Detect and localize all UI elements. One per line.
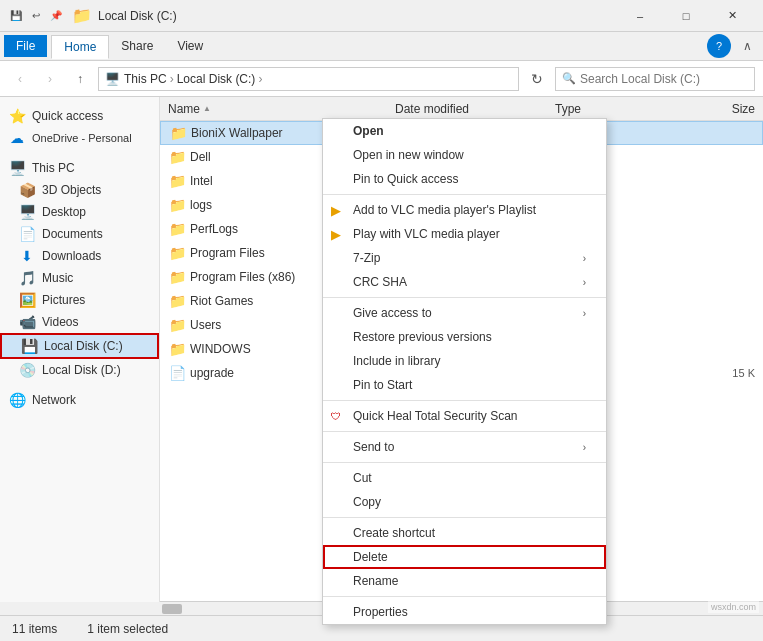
folder-icon-6: 📁 bbox=[168, 269, 186, 285]
this-pc-icon: 🖥️ bbox=[8, 160, 26, 176]
network-icon: 🌐 bbox=[8, 392, 26, 408]
tab-home[interactable]: Home bbox=[51, 35, 109, 59]
close-button[interactable]: ✕ bbox=[709, 0, 755, 32]
desktop-icon: 🖥️ bbox=[18, 204, 36, 220]
sidebar-label-downloads: Downloads bbox=[42, 249, 101, 263]
ctx-sep-7 bbox=[323, 596, 606, 597]
ctx-play-vlc[interactable]: ▶ Play with VLC media player bbox=[323, 222, 606, 246]
search-icon: 🔍 bbox=[562, 72, 576, 85]
folder-icon-3: 📁 bbox=[168, 197, 186, 213]
sidebar-item-documents[interactable]: 📄 Documents bbox=[0, 223, 159, 245]
3d-objects-icon: 📦 bbox=[18, 182, 36, 198]
refresh-button[interactable]: ↻ bbox=[525, 67, 549, 91]
title-bar: 💾 ↩ 📌 📁 Local Disk (C:) – □ ✕ bbox=[0, 0, 763, 32]
documents-icon: 📄 bbox=[18, 226, 36, 242]
watermark: wsxdn.com bbox=[708, 601, 759, 613]
ctx-sep-2 bbox=[323, 297, 606, 298]
sidebar-item-videos[interactable]: 📹 Videos bbox=[0, 311, 159, 333]
selected-count: 1 item selected bbox=[87, 622, 168, 636]
downloads-icon: ⬇ bbox=[18, 248, 36, 264]
ctx-rename[interactable]: Rename bbox=[323, 569, 606, 593]
sidebar-label-this-pc: This PC bbox=[32, 161, 75, 175]
sidebar-label-desktop: Desktop bbox=[42, 205, 86, 219]
column-size[interactable]: Size bbox=[675, 102, 755, 116]
ctx-copy[interactable]: Copy bbox=[323, 490, 606, 514]
maximize-button[interactable]: □ bbox=[663, 0, 709, 32]
sidebar-label-local-disk-d: Local Disk (D:) bbox=[42, 363, 121, 377]
ctx-pin-start[interactable]: Pin to Start bbox=[323, 373, 606, 397]
sidebar-item-network[interactable]: 🌐 Network bbox=[0, 389, 159, 411]
folder-icon: 📁 bbox=[72, 6, 92, 25]
ctx-quick-heal[interactable]: 🛡 Quick Heal Total Security Scan bbox=[323, 404, 606, 428]
help-button[interactable]: ? bbox=[707, 34, 731, 58]
back-button[interactable]: ‹ bbox=[8, 67, 32, 91]
sidebar-label-pictures: Pictures bbox=[42, 293, 85, 307]
sidebar-item-local-disk-c[interactable]: 💾 Local Disk (C:) bbox=[0, 333, 159, 359]
context-menu: Open Open in new window Pin to Quick acc… bbox=[322, 118, 607, 625]
column-type[interactable]: Type bbox=[555, 102, 675, 116]
sidebar-label-onedrive: OneDrive - Personal bbox=[32, 132, 132, 144]
folder-icon-0: 📁 bbox=[169, 125, 187, 141]
column-date[interactable]: Date modified bbox=[395, 102, 555, 116]
sidebar-item-onedrive[interactable]: ☁ OneDrive - Personal bbox=[0, 127, 159, 149]
ctx-7zip-arrow: › bbox=[583, 253, 586, 264]
ribbon-collapse-button[interactable]: ∧ bbox=[735, 34, 759, 58]
sidebar-item-pictures[interactable]: 🖼️ Pictures bbox=[0, 289, 159, 311]
ctx-properties[interactable]: Properties bbox=[323, 600, 606, 624]
ctx-crc-sha[interactable]: CRC SHA › bbox=[323, 270, 606, 294]
sidebar-item-this-pc[interactable]: 🖥️ This PC bbox=[0, 157, 159, 179]
ctx-sep-6 bbox=[323, 517, 606, 518]
tab-view[interactable]: View bbox=[165, 35, 215, 57]
tab-file[interactable]: File bbox=[4, 35, 47, 57]
folder-icon-5: 📁 bbox=[168, 245, 186, 261]
videos-icon: 📹 bbox=[18, 314, 36, 330]
ribbon: File Home Share View ? ∧ bbox=[0, 32, 763, 61]
local-disk-d-icon: 💿 bbox=[18, 362, 36, 378]
breadcrumb-icon: 🖥️ bbox=[105, 72, 120, 86]
quick-access-toolbar-icon: 💾 bbox=[8, 8, 24, 24]
sidebar-item-3d-objects[interactable]: 📦 3D Objects bbox=[0, 179, 159, 201]
tab-share[interactable]: Share bbox=[109, 35, 165, 57]
window-controls: – □ ✕ bbox=[617, 0, 755, 32]
ctx-create-shortcut[interactable]: Create shortcut bbox=[323, 521, 606, 545]
ctx-cut[interactable]: Cut bbox=[323, 466, 606, 490]
ctx-open-new-window[interactable]: Open in new window bbox=[323, 143, 606, 167]
up-button[interactable]: ↑ bbox=[68, 67, 92, 91]
pin-icon: 📌 bbox=[48, 8, 64, 24]
search-input[interactable] bbox=[580, 72, 748, 86]
ctx-restore-versions[interactable]: Restore previous versions bbox=[323, 325, 606, 349]
ctx-send-to[interactable]: Send to › bbox=[323, 435, 606, 459]
window-title: Local Disk (C:) bbox=[98, 9, 617, 23]
ctx-include-library[interactable]: Include in library bbox=[323, 349, 606, 373]
ctx-add-vlc-playlist[interactable]: ▶ Add to VLC media player's Playlist bbox=[323, 198, 606, 222]
minimize-button[interactable]: – bbox=[617, 0, 663, 32]
ctx-sep-5 bbox=[323, 462, 606, 463]
local-disk-label: Local Disk (C:) bbox=[177, 72, 256, 86]
ctx-pin-quick-access[interactable]: Pin to Quick access bbox=[323, 167, 606, 191]
sidebar-item-desktop[interactable]: 🖥️ Desktop bbox=[0, 201, 159, 223]
ctx-give-access[interactable]: Give access to › bbox=[323, 301, 606, 325]
forward-button[interactable]: › bbox=[38, 67, 62, 91]
folder-icon-9: 📁 bbox=[168, 341, 186, 357]
sidebar-label-3d-objects: 3D Objects bbox=[42, 183, 101, 197]
folder-icon-7: 📁 bbox=[168, 293, 186, 309]
ctx-open[interactable]: Open bbox=[323, 119, 606, 143]
breadcrumb-sep-1: › bbox=[170, 72, 174, 86]
ctx-sep-3 bbox=[323, 400, 606, 401]
sidebar-item-quick-access[interactable]: ⭐ Quick access bbox=[0, 105, 159, 127]
ctx-7zip[interactable]: 7-Zip › bbox=[323, 246, 606, 270]
sidebar-label-music: Music bbox=[42, 271, 73, 285]
ctx-send-to-arrow: › bbox=[583, 442, 586, 453]
sidebar-item-local-disk-d[interactable]: 💿 Local Disk (D:) bbox=[0, 359, 159, 381]
music-icon: 🎵 bbox=[18, 270, 36, 286]
address-bar: ‹ › ↑ 🖥️ This PC › Local Disk (C:) › ↻ 🔍 bbox=[0, 61, 763, 97]
quick-heal-icon: 🛡 bbox=[331, 411, 341, 422]
sidebar-item-downloads[interactable]: ⬇ Downloads bbox=[0, 245, 159, 267]
sidebar-item-music[interactable]: 🎵 Music bbox=[0, 267, 159, 289]
search-box: 🔍 bbox=[555, 67, 755, 91]
column-name[interactable]: Name ▲ bbox=[168, 102, 395, 116]
breadcrumb[interactable]: 🖥️ This PC › Local Disk (C:) › bbox=[98, 67, 519, 91]
onedrive-icon: ☁ bbox=[8, 130, 26, 146]
scrollbar-thumb[interactable] bbox=[162, 604, 182, 614]
ctx-delete[interactable]: Delete bbox=[323, 545, 606, 569]
